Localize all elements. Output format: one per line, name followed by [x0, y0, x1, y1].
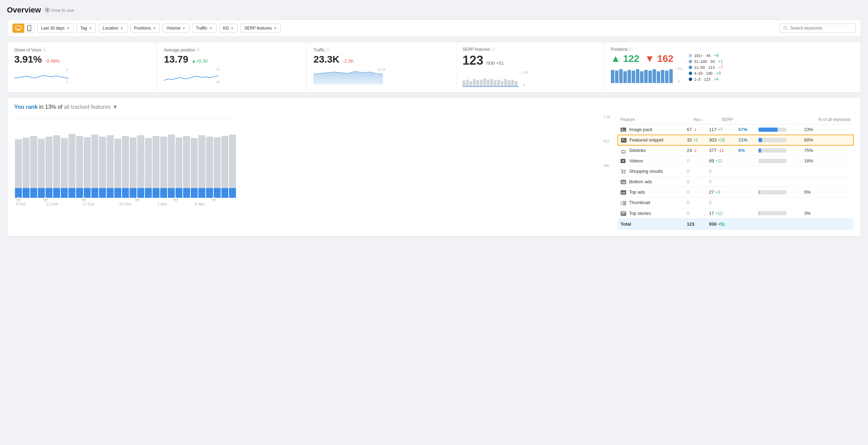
location-filter[interactable]: Location ▼: [99, 24, 127, 33]
svg-rect-58: [38, 139, 45, 188]
svg-rect-94: [91, 188, 98, 198]
page-title: Overview: [7, 6, 41, 15]
search-box: [779, 24, 856, 33]
share-of-voice-delta: -0.49%: [45, 58, 59, 64]
svg-rect-47: [661, 70, 664, 83]
traffic-chart: 32.1K 0: [313, 67, 449, 84]
positions-info-icon[interactable]: ⓘ: [629, 47, 632, 52]
svg-rect-27: [501, 81, 503, 87]
svg-rect-29: [508, 80, 510, 87]
positions-card: Positions ⓘ ▲ 122 ▼ 162 555 0: [605, 42, 861, 92]
rank-chevron-icon[interactable]: ▼: [113, 104, 118, 110]
positions-filter[interactable]: Positions ▼: [130, 24, 160, 33]
avg-position-card: Average position ⓘ 13.79 ▲+0.30 12 16: [157, 42, 307, 92]
svg-point-139: [622, 173, 623, 174]
svg-rect-57: [30, 136, 37, 188]
chevron-down-icon: ▼: [273, 26, 277, 30]
svg-rect-111: [221, 188, 228, 198]
share-of-voice-value: 3.91%: [14, 54, 42, 65]
desktop-device-btn[interactable]: [13, 24, 24, 33]
svg-rect-105: [175, 188, 182, 198]
serp-features-card: SERP features ⓘ 123 /930 +51 1.2K 0: [456, 42, 605, 92]
svg-rect-55: [15, 139, 22, 188]
svg-rect-86: [30, 188, 37, 198]
svg-rect-40: [632, 71, 635, 83]
how-to-use-link[interactable]: ? How to use: [44, 7, 74, 13]
feature-name-cell: Thumbnail: [618, 197, 684, 208]
feature-name-cell: Image pack: [618, 124, 684, 135]
volume-filter[interactable]: Volume ▼: [163, 24, 189, 33]
positions-legend: 101+ 44 +9 51–100 34 +1 11–50 113: [689, 53, 723, 84]
col-kw-pct: % of all keywords: [801, 115, 853, 124]
total-serp: 930 +51: [706, 218, 736, 229]
svg-text:32.1K: 32.1K: [378, 68, 386, 71]
svg-text:0: 0: [380, 80, 382, 84]
svg-rect-48: [665, 71, 669, 83]
svg-rect-91: [68, 188, 75, 198]
shopping-icon: [621, 169, 626, 174]
svg-rect-26: [497, 80, 500, 87]
time-range-filter[interactable]: Last 30 days ▼: [37, 24, 74, 33]
svg-rect-63: [76, 136, 83, 188]
svg-rect-78: [191, 138, 198, 188]
svg-rect-101: [145, 188, 152, 198]
dot-101plus: [689, 54, 692, 57]
svg-rect-97: [114, 188, 121, 198]
svg-rect-38: [623, 71, 627, 83]
svg-text:555: 555: [677, 67, 682, 71]
traffic-delta: -2.3K: [343, 58, 354, 64]
search-input[interactable]: [790, 26, 852, 31]
svg-rect-76: [175, 137, 182, 188]
share-of-voice-info-icon[interactable]: ⓘ: [43, 48, 46, 52]
svg-rect-74: [160, 137, 167, 188]
svg-rect-83: [229, 135, 236, 188]
tag-filter[interactable]: Tag ▼: [76, 24, 96, 33]
serp-features-filter[interactable]: SERP features ▼: [240, 24, 281, 33]
svg-rect-25: [494, 80, 497, 87]
svg-rect-30: [511, 80, 514, 87]
svg-rect-43: [644, 70, 648, 83]
svg-rect-112: [229, 188, 236, 198]
traffic-value: 23.3K: [313, 54, 339, 65]
svg-rect-102: [153, 188, 159, 198]
serp-features-info-icon[interactable]: ⓘ: [491, 47, 495, 52]
svg-point-4: [29, 30, 30, 30]
svg-rect-35: [611, 70, 614, 83]
share-of-voice-card: Share of Voice ⓘ 3.91% -0.49% 6 2: [7, 42, 157, 92]
col-you: You ↓: [684, 115, 706, 124]
svg-rect-36: [615, 71, 619, 83]
stats-row: Share of Voice ⓘ 3.91% -0.49% 6 2 Averag…: [7, 42, 861, 92]
svg-rect-82: [221, 136, 228, 188]
avg-position-info-icon[interactable]: ⓘ: [196, 48, 200, 52]
table-row-featured-snippet: Featured snippet 32 +3 303 +29 11% 60%: [618, 135, 853, 145]
svg-rect-108: [198, 188, 205, 198]
svg-rect-65: [91, 135, 98, 188]
svg-rect-16: [462, 80, 465, 87]
chevron-down-icon: ▼: [153, 26, 156, 30]
svg-rect-68: [114, 139, 121, 188]
svg-rect-135: [622, 139, 624, 140]
svg-text:5 Feb: 5 Feb: [16, 202, 26, 206]
table-row: Sitelinks 24 -2 377 -11 6% 75%: [618, 145, 853, 156]
traffic-info-icon[interactable]: ⓘ: [326, 48, 330, 52]
mobile-device-btn[interactable]: [24, 24, 34, 33]
svg-text:6: 6: [66, 68, 68, 71]
svg-rect-107: [191, 188, 198, 198]
svg-rect-61: [61, 138, 68, 188]
svg-rect-87: [38, 188, 45, 198]
kd-filter[interactable]: KD ▼: [219, 24, 238, 33]
svg-text:2: 2: [66, 80, 68, 84]
share-of-voice-chart: 6 2: [14, 67, 150, 84]
svg-rect-148: [621, 212, 625, 213]
svg-text:⚙: ⚙: [83, 198, 85, 201]
svg-rect-44: [648, 71, 652, 83]
avg-position-value: 13.79: [164, 54, 188, 65]
svg-rect-109: [206, 188, 213, 198]
svg-rect-31: [515, 81, 517, 87]
svg-rect-77: [183, 136, 190, 188]
svg-rect-136: [622, 140, 626, 141]
svg-line-6: [786, 29, 788, 30]
feature-name-cell: Sitelinks: [618, 145, 684, 156]
feature-name-cell: Ad Top ads: [618, 187, 684, 197]
traffic-filter[interactable]: Traffic ▼: [192, 24, 216, 33]
